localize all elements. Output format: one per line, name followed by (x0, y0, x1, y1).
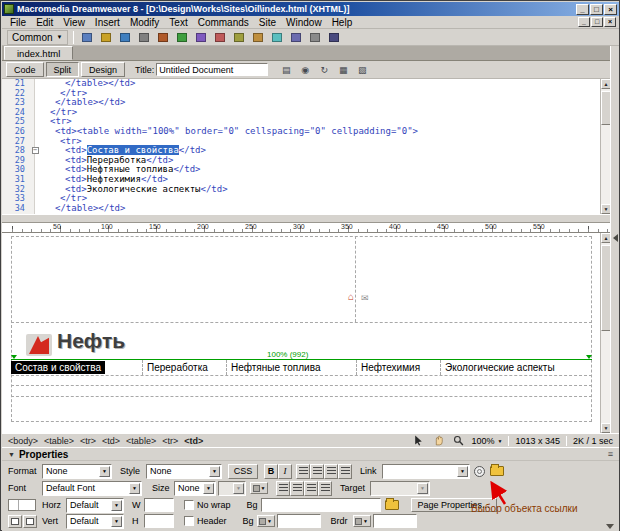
head-icon[interactable] (269, 30, 285, 44)
images-icon[interactable] (174, 30, 190, 44)
hand-tool-icon[interactable] (431, 435, 445, 447)
zoom-tool-icon[interactable] (451, 435, 465, 447)
menu-file[interactable]: File (5, 17, 31, 28)
chevron-down-icon[interactable]: ▼ (99, 466, 110, 477)
header-checkbox[interactable] (184, 516, 194, 526)
no-wrap-checkbox[interactable] (184, 500, 194, 510)
font-dropdown[interactable]: Default Font▼ (42, 481, 142, 496)
code-line[interactable]: 23</table></td> (2, 98, 600, 108)
cell-width-input[interactable] (144, 498, 174, 512)
zoom-level-dropdown[interactable]: 100% ▼ (471, 436, 502, 446)
text-color-picker[interactable]: ▼ (250, 482, 268, 494)
design-view-button[interactable]: Design (81, 62, 125, 77)
tag-selector-item[interactable]: <tr> (80, 436, 96, 446)
border-color-picker[interactable]: ▼ (353, 515, 371, 527)
menu-text[interactable]: Text (164, 17, 192, 28)
code-line[interactable]: 34</table></td> (2, 204, 600, 214)
chevron-down-icon[interactable]: ▼ (111, 500, 122, 511)
align-left-button[interactable] (296, 464, 310, 479)
nav-cell[interactable]: Нефтяные топлива (227, 360, 357, 375)
bg-color-picker[interactable]: ▼ (257, 515, 275, 527)
menu-site[interactable]: Site (254, 17, 281, 28)
nav-cell[interactable]: Переработка (143, 360, 227, 375)
templates-icon[interactable] (307, 30, 323, 44)
border-color-input[interactable] (373, 514, 417, 528)
code-view[interactable]: 21</table></td>22</tr>23</table></td>24<… (2, 79, 600, 214)
media-icon[interactable] (193, 30, 209, 44)
chevron-down-icon[interactable]: ▼ (111, 516, 122, 527)
mail-icon[interactable]: ✉ (361, 293, 369, 303)
bg-color-input[interactable] (277, 514, 321, 528)
link-combo[interactable]: ▼ (382, 464, 470, 479)
preview-in-browser-icon[interactable]: ◉ (297, 63, 313, 77)
chevron-down-icon[interactable]: ▼ (209, 466, 220, 477)
email-link-icon[interactable] (98, 30, 114, 44)
nav-cell[interactable]: Нефтехимия (357, 360, 441, 375)
menu-window[interactable]: Window (281, 17, 327, 28)
oil-logo-icon[interactable] (26, 334, 52, 356)
tag-selector-item[interactable]: <td> (184, 436, 203, 446)
date-icon[interactable] (212, 30, 228, 44)
site-logo-text[interactable]: Нефть (57, 329, 125, 353)
tag-selector-item[interactable]: <table> (44, 436, 74, 446)
named-anchor-icon[interactable] (117, 30, 133, 44)
tab-index-html[interactable]: index.html (4, 46, 73, 60)
size-dropdown[interactable]: None▼ (174, 481, 216, 496)
design-view[interactable]: ⌂ ✉ Нефть 100% (992) Состав и свойстваПе… (2, 233, 600, 433)
indent-button[interactable] (318, 481, 332, 496)
table-width-indicator[interactable]: 100% (992) (264, 350, 311, 359)
tag-chooser-icon[interactable] (326, 30, 342, 44)
file-management-icon[interactable]: ▤ (278, 63, 294, 77)
code-view-button[interactable]: Code (6, 62, 44, 77)
insert-div-icon[interactable] (155, 30, 171, 44)
collapse-triangle-icon[interactable]: ▼ (8, 451, 15, 458)
bg-browse-folder-icon[interactable] (385, 500, 399, 510)
comment-icon[interactable] (250, 30, 266, 44)
select-tool-icon[interactable] (411, 435, 425, 447)
italic-button[interactable]: I (278, 464, 292, 479)
refresh-icon[interactable]: ↻ (316, 63, 332, 77)
code-line[interactable]: 26<td><table width="100%" border="0" cel… (2, 127, 600, 137)
doc-restore-button[interactable]: □ (591, 17, 603, 27)
server-include-icon[interactable] (231, 30, 247, 44)
code-scrollbar[interactable]: ▲ ▼ (600, 79, 610, 214)
nav-cell[interactable]: Состав и свойства (11, 360, 143, 375)
bold-button[interactable]: B (264, 464, 278, 479)
style-dropdown[interactable]: None▼ (146, 464, 222, 479)
insert-category-dropdown[interactable]: Common ▼ (7, 30, 68, 45)
chevron-down-icon[interactable]: ▼ (203, 483, 214, 494)
document-title-input[interactable] (156, 63, 268, 76)
menu-commands[interactable]: Commands (193, 17, 254, 28)
unordered-list-button[interactable] (276, 481, 290, 496)
tag-selector-item[interactable]: <td> (102, 436, 120, 446)
window-size-indicator[interactable]: 1013 x 345 (515, 436, 560, 446)
tag-selector-item[interactable]: <body> (8, 436, 38, 446)
home-icon[interactable]: ⌂ (348, 291, 354, 302)
maximize-button[interactable]: □ (590, 4, 603, 15)
vert-dropdown[interactable]: Default▼ (66, 514, 124, 529)
menu-view[interactable]: View (58, 17, 90, 28)
title-bar[interactable]: Macromedia Dreamweaver 8 - [D:\Design\Wo… (2, 2, 619, 16)
close-button[interactable]: × (604, 4, 617, 15)
split-view-button[interactable]: Split (46, 62, 80, 77)
hyperlink-icon[interactable] (79, 30, 95, 44)
doc-close-button[interactable]: × (604, 17, 616, 27)
align-right-button[interactable] (324, 464, 338, 479)
chevron-down-icon[interactable]: ▼ (457, 466, 468, 477)
view-options-icon[interactable]: ▦ (335, 63, 351, 77)
point-to-file-icon[interactable] (474, 466, 485, 477)
bg-image-input[interactable] (261, 498, 381, 512)
css-button[interactable]: CSS (228, 464, 258, 479)
menu-edit[interactable]: Edit (31, 17, 58, 28)
align-center-button[interactable] (310, 464, 324, 479)
ordered-list-button[interactable] (290, 481, 304, 496)
design-scrollbar[interactable]: ▲ ▼ (600, 233, 610, 433)
code-line[interactable]: 21</table></td> (2, 79, 600, 89)
split-view-divider[interactable] (2, 214, 610, 223)
panel-options-icon[interactable]: ≡ (608, 449, 613, 459)
script-icon[interactable] (288, 30, 304, 44)
outdent-button[interactable] (304, 481, 318, 496)
doc-minimize-button[interactable]: _ (578, 17, 590, 27)
fold-marker[interactable]: − (30, 146, 40, 156)
tag-selector-item[interactable]: <tr> (162, 436, 178, 446)
